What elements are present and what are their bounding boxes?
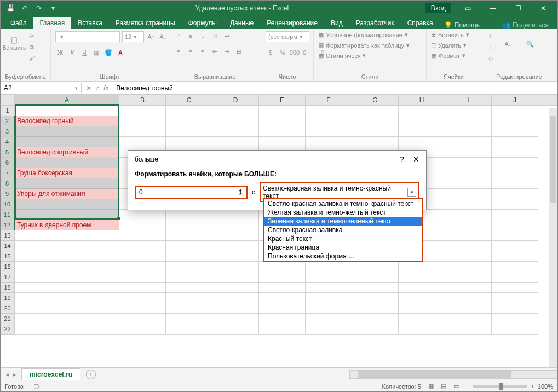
cell[interactable]: [306, 314, 352, 324]
sheet-tab[interactable]: microexcel.ru: [21, 368, 80, 380]
cell[interactable]: [166, 262, 212, 272]
cell[interactable]: [352, 106, 399, 116]
cell[interactable]: [352, 303, 399, 314]
cell[interactable]: [119, 126, 166, 137]
insert-cells-button[interactable]: ⊞ Вставить ▾: [431, 31, 469, 38]
cell[interactable]: [399, 106, 445, 116]
cell[interactable]: [445, 137, 492, 147]
cell[interactable]: [15, 158, 119, 168]
cell[interactable]: [352, 262, 399, 272]
cell[interactable]: [445, 189, 492, 199]
cell[interactable]: [259, 283, 306, 293]
cell[interactable]: [212, 314, 259, 324]
cell[interactable]: [399, 126, 445, 137]
cell[interactable]: [492, 303, 538, 314]
page-layout-view-icon[interactable]: ▤: [438, 383, 449, 390]
cell[interactable]: [445, 158, 492, 168]
range-selector-icon[interactable]: ↥: [238, 188, 243, 196]
cell[interactable]: [259, 137, 306, 147]
column-header[interactable]: I: [445, 95, 492, 105]
cell[interactable]: [306, 293, 352, 303]
font-color-icon[interactable]: A: [116, 48, 125, 57]
cell[interactable]: [166, 220, 212, 230]
cell[interactable]: [492, 230, 538, 241]
zoom-level[interactable]: 100%: [538, 383, 553, 390]
cell[interactable]: [445, 147, 492, 158]
cell[interactable]: [492, 137, 538, 147]
cell[interactable]: [492, 262, 538, 272]
cell[interactable]: [492, 293, 538, 303]
cell[interactable]: [166, 137, 212, 147]
ribbon-options-icon[interactable]: ▭: [456, 1, 480, 16]
italic-icon[interactable]: К: [67, 48, 77, 57]
column-header[interactable]: F: [306, 95, 352, 105]
cell[interactable]: [119, 106, 166, 116]
close-icon[interactable]: ✕: [531, 1, 555, 16]
cell[interactable]: [352, 137, 399, 147]
cell[interactable]: [119, 230, 166, 241]
clear-icon[interactable]: ◇: [486, 53, 496, 63]
cell[interactable]: [492, 158, 538, 168]
cell[interactable]: [259, 116, 306, 126]
row-header[interactable]: 8: [1, 178, 15, 189]
row-header[interactable]: 18: [1, 283, 15, 293]
copy-icon[interactable]: ⧉: [27, 42, 37, 52]
cell[interactable]: [166, 324, 212, 335]
cell[interactable]: [399, 303, 445, 314]
cell[interactable]: [166, 272, 212, 283]
cell[interactable]: [352, 324, 399, 335]
undo-icon[interactable]: ↶: [19, 3, 30, 14]
cell[interactable]: [212, 116, 259, 126]
number-format-combo[interactable]: (все форм▾: [266, 31, 309, 42]
font-size-combo[interactable]: 12▾: [122, 31, 144, 42]
cell[interactable]: [399, 116, 445, 126]
cell[interactable]: [352, 283, 399, 293]
cell[interactable]: [166, 314, 212, 324]
cell[interactable]: [15, 137, 119, 147]
row-header[interactable]: 12: [1, 220, 15, 230]
fill-icon[interactable]: ↓: [486, 42, 496, 52]
conditional-formatting-button[interactable]: ▦ Условное форматирование ▾: [318, 31, 408, 38]
delete-cells-button[interactable]: ⊟ Удалить ▾: [431, 42, 467, 49]
row-header[interactable]: 20: [1, 303, 15, 314]
cell[interactable]: [445, 241, 492, 251]
cell[interactable]: [399, 324, 445, 335]
cell[interactable]: [15, 293, 119, 303]
cell[interactable]: [492, 147, 538, 158]
cell[interactable]: [15, 251, 119, 262]
cell[interactable]: [445, 168, 492, 178]
row-header[interactable]: 22: [1, 324, 15, 335]
cell[interactable]: [492, 210, 538, 220]
cell[interactable]: [306, 262, 352, 272]
cell[interactable]: [166, 283, 212, 293]
tab-developer[interactable]: Разработчик: [349, 17, 401, 29]
underline-icon[interactable]: Ч: [79, 48, 89, 57]
cell[interactable]: [166, 251, 212, 262]
cell[interactable]: [306, 272, 352, 283]
cut-icon[interactable]: ✂: [27, 31, 37, 41]
decrease-font-icon[interactable]: A↓: [158, 32, 168, 42]
row-header[interactable]: 7: [1, 168, 15, 178]
fx-icon[interactable]: fx: [103, 84, 108, 92]
cell[interactable]: [306, 283, 352, 293]
cell[interactable]: [212, 293, 259, 303]
cell[interactable]: [399, 293, 445, 303]
cell[interactable]: [119, 251, 166, 262]
cell[interactable]: [259, 303, 306, 314]
column-header[interactable]: H: [399, 95, 445, 105]
signin-button[interactable]: Вход: [425, 3, 451, 13]
cell[interactable]: Упоры для отжимания: [15, 189, 119, 199]
help-icon[interactable]: ?: [400, 155, 404, 164]
align-center-icon[interactable]: ≡: [186, 47, 195, 56]
cell[interactable]: [306, 303, 352, 314]
cell[interactable]: [445, 210, 492, 220]
row-header[interactable]: 1: [1, 106, 15, 116]
cell[interactable]: [492, 126, 538, 137]
cell[interactable]: [15, 210, 119, 220]
wrap-text-icon[interactable]: ↩: [222, 31, 232, 41]
row-header[interactable]: 16: [1, 262, 15, 272]
increase-indent-icon[interactable]: ⇥: [222, 47, 232, 56]
font-name-combo[interactable]: ▾: [55, 31, 120, 42]
column-header[interactable]: D: [212, 95, 259, 105]
dropdown-option[interactable]: Зеленая заливка и темно-зеленый текст: [264, 217, 422, 226]
